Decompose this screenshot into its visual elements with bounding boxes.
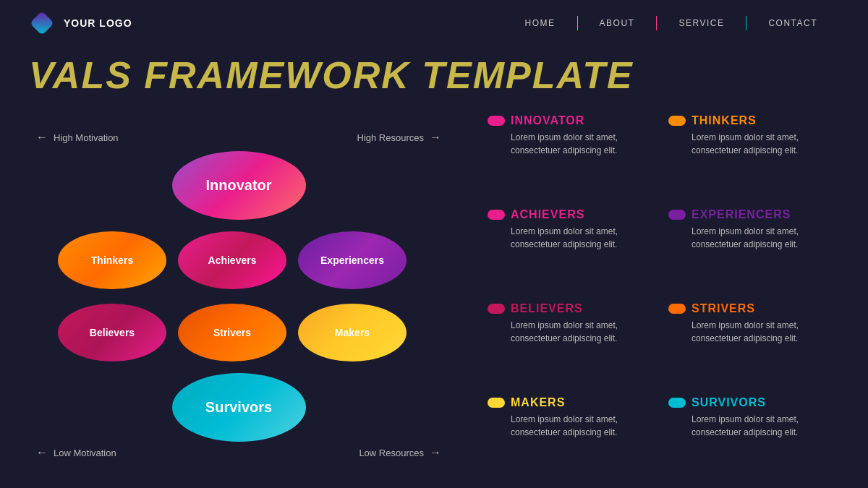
desc-title-row: ACHIEVERS (488, 208, 648, 221)
desc-body: Lorem ipsum dolor sit amet, consectetuer… (488, 413, 648, 439)
desc-item-makers: MAKERS Lorem ipsum dolor sit amet, conse… (477, 390, 658, 484)
svg-rect-0 (30, 11, 54, 35)
middle-row: Thinkers Achievers Experiencers (29, 231, 448, 289)
low-resources-text: Low Resources (359, 448, 424, 458)
desc-bullet (488, 398, 505, 408)
desc-item-achievers: ACHIEVERS Lorem ipsum dolor sit amet, co… (477, 202, 658, 296)
desc-body: Lorem ipsum dolor sit amet, consectetuer… (488, 225, 648, 251)
logo-text: YOUR LOGO (64, 17, 132, 29)
makers-oval[interactable]: Makers (298, 304, 407, 361)
content-area: ← High Motivation High Resources → Innov… (0, 101, 868, 488)
desc-bullet (488, 210, 505, 220)
desc-title: THINKERS (692, 114, 757, 127)
high-resources-text: High Resources (357, 132, 425, 143)
desc-bullet (488, 304, 505, 314)
high-motivation-label: ← High Motivation (36, 131, 119, 144)
low-resources-label: Low Resources → (359, 446, 441, 459)
innovator-oval[interactable]: Innovator (172, 151, 306, 220)
survivors-label: Survivors (205, 399, 272, 416)
nav-service[interactable]: SERVICE (657, 18, 746, 28)
desc-title-row: MAKERS (488, 396, 648, 409)
desc-body: Lorem ipsum dolor sit amet, consectetuer… (668, 131, 829, 157)
desc-bullet (668, 304, 686, 314)
right-arrow-bottom-icon: → (430, 446, 441, 459)
desc-title-row: EXPERIENCERS (668, 208, 829, 221)
desc-item-innovator: INNOVATOR Lorem ipsum dolor sit amet, co… (477, 108, 658, 202)
desc-title-row: SURVIVORS (668, 396, 829, 409)
desc-item-strivers: STRIVERS Lorem ipsum dolor sit amet, con… (658, 296, 839, 390)
experiencers-label: Experiencers (320, 254, 384, 266)
survivors-row: Survivors (29, 373, 448, 442)
achievers-label: Achievers (208, 254, 257, 266)
desc-title-row: THINKERS (668, 114, 829, 127)
top-arrows-row: ← High Motivation High Resources → (29, 131, 448, 144)
nav-contact[interactable]: CONTACT (746, 18, 839, 28)
page-title: VALS FRAMEWORK TEMPLATE (0, 46, 868, 101)
high-motivation-text: High Motivation (54, 132, 119, 143)
desc-item-thinkers: THINKERS Lorem ipsum dolor sit amet, con… (658, 108, 839, 202)
desc-bullet (488, 116, 505, 126)
desc-body: Lorem ipsum dolor sit amet, consectetuer… (488, 131, 648, 157)
desc-item-believers: BELIEVERS Lorem ipsum dolor sit amet, co… (477, 296, 658, 390)
survivors-oval[interactable]: Survivors (172, 373, 306, 442)
innovator-label: Innovator (205, 177, 271, 194)
desc-body: Lorem ipsum dolor sit amet, consectetuer… (668, 319, 829, 345)
believers-label: Believers (90, 327, 135, 338)
right-arrow-icon: → (430, 131, 441, 144)
desc-body: Lorem ipsum dolor sit amet, consectetuer… (488, 319, 648, 345)
desc-title: SURVIVORS (692, 396, 766, 409)
desc-item-experiencers: EXPERIENCERS Lorem ipsum dolor sit amet,… (658, 202, 839, 296)
navbar: YOUR LOGO HOME ABOUT SERVICE CONTACT (0, 0, 868, 46)
vals-diagram: ← High Motivation High Resources → Innov… (14, 101, 463, 488)
desc-body: Lorem ipsum dolor sit amet, consectetuer… (668, 225, 829, 251)
achievers-oval[interactable]: Achievers (178, 231, 286, 289)
lower-row: Believers Strivers Makers (29, 304, 448, 361)
logo-icon (29, 10, 55, 36)
thinkers-label: Thinkers (91, 254, 133, 266)
desc-bullet (668, 116, 686, 126)
experiencers-oval[interactable]: Experiencers (298, 231, 407, 289)
desc-title: INNOVATOR (511, 114, 584, 127)
desc-title: STRIVERS (692, 302, 755, 315)
desc-title-row: STRIVERS (668, 302, 829, 315)
thinkers-oval[interactable]: Thinkers (58, 231, 166, 289)
desc-title: BELIEVERS (511, 302, 583, 315)
bottom-arrows-row: ← Low Motivation Low Resources → (29, 446, 448, 459)
desc-title: ACHIEVERS (511, 208, 584, 221)
left-arrow-bottom-icon: ← (36, 446, 48, 459)
desc-body: Lorem ipsum dolor sit amet, consectetuer… (668, 413, 829, 439)
desc-title-row: BELIEVERS (488, 302, 648, 315)
makers-label: Makers (335, 327, 370, 338)
nav-links: HOME ABOUT SERVICE CONTACT (503, 16, 839, 30)
left-arrow-icon: ← (36, 131, 48, 144)
nav-home[interactable]: HOME (503, 18, 577, 28)
desc-title: EXPERIENCERS (692, 208, 791, 221)
descriptions-grid: INNOVATOR Lorem ipsum dolor sit amet, co… (463, 101, 854, 488)
nav-about[interactable]: ABOUT (578, 18, 657, 28)
high-resources-label: High Resources → (357, 131, 442, 144)
desc-bullet (668, 398, 686, 408)
desc-bullet (668, 210, 686, 220)
strivers-oval[interactable]: Strivers (178, 304, 286, 361)
low-motivation-text: Low Motivation (54, 448, 116, 458)
desc-item-survivors: SURVIVORS Lorem ipsum dolor sit amet, co… (658, 390, 839, 484)
believers-oval[interactable]: Believers (58, 304, 166, 361)
innovator-row: Innovator (29, 151, 448, 220)
strivers-label: Strivers (213, 327, 251, 338)
logo-area: YOUR LOGO (29, 10, 132, 36)
desc-title: MAKERS (511, 396, 565, 409)
desc-title-row: INNOVATOR (488, 114, 648, 127)
low-motivation-label: ← Low Motivation (36, 446, 116, 459)
